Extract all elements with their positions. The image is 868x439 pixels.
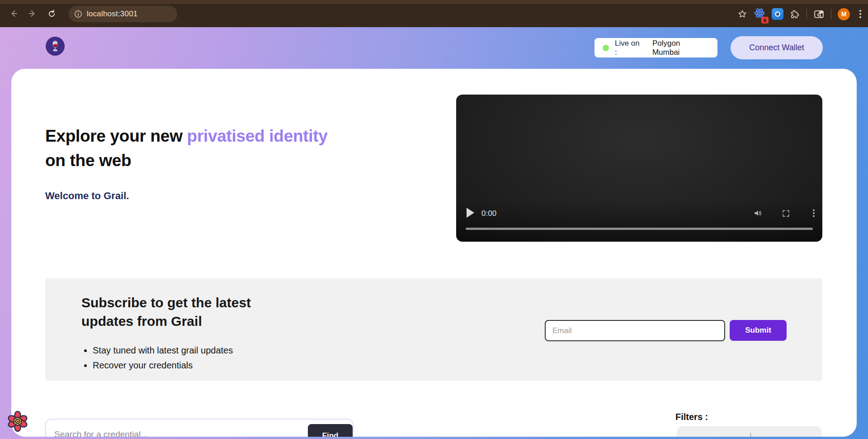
video-controls-shade	[456, 201, 822, 242]
toolbar-divider	[831, 9, 831, 19]
filters-label: Filters :	[675, 412, 708, 422]
volume-icon	[753, 209, 762, 218]
welcome-text: Welcome to Grail.	[45, 190, 129, 202]
network-name: Polygon Mumbai	[652, 39, 709, 57]
hero-heading-highlight: privatised identity	[187, 127, 328, 145]
video-kebab-icon	[810, 209, 817, 218]
network-status-badge: Live on : Polygon Mumbai	[594, 38, 717, 57]
wine-glass-icon: 🍷	[49, 41, 61, 52]
back-arrow-icon	[9, 9, 18, 18]
reload-button[interactable]	[44, 6, 59, 21]
forward-button[interactable]	[25, 6, 40, 21]
toolbar-divider	[807, 9, 807, 19]
video-overflow-menu-button[interactable]	[808, 208, 819, 219]
site-info-icon[interactable]	[74, 10, 82, 18]
browser-tabstrip	[0, 0, 868, 4]
flower-petals-icon	[7, 411, 28, 431]
subscribe-section: Subscribe to get the latest updates from…	[45, 278, 822, 381]
hero-heading: Explore your new privatised identity on …	[45, 124, 339, 173]
page-background-sliver	[0, 437, 868, 439]
back-button[interactable]	[6, 6, 21, 21]
grail-logo[interactable]: 🍷	[46, 37, 65, 56]
camera-lens-icon	[774, 10, 781, 18]
video-progress-bar[interactable]	[466, 228, 813, 230]
browser-chrome: localhost:3001 6 M	[0, 0, 868, 27]
url-text[interactable]: localhost:3001	[87, 10, 137, 19]
browser-menu-kebab-icon[interactable]	[856, 9, 864, 19]
connect-wallet-button[interactable]: Connect Wallet	[731, 36, 823, 59]
screenshot-extension[interactable]	[772, 8, 783, 20]
subscribe-bullet-list: Stay tuned with latest grail updates Rec…	[93, 344, 233, 373]
video-fullscreen-button[interactable]	[780, 208, 791, 219]
hero-heading-text: Explore your new	[45, 127, 187, 145]
credential-search-input[interactable]	[54, 429, 249, 437]
live-status-dot-icon	[603, 45, 609, 51]
forward-arrow-icon	[28, 9, 37, 18]
react-flower-widget[interactable]	[7, 411, 28, 432]
bookmark-star-icon[interactable]	[737, 9, 747, 19]
video-player[interactable]: 0:00	[456, 95, 822, 242]
live-on-label: Live on :	[615, 39, 644, 57]
filter-divider	[750, 433, 751, 437]
video-play-button[interactable]	[467, 208, 474, 218]
tab-search-icon[interactable]	[813, 9, 825, 20]
react-devtools-extension[interactable]: 6	[754, 7, 765, 21]
hero-heading-text: on the web	[45, 151, 131, 170]
profile-avatar[interactable]: M	[838, 8, 850, 20]
video-volume-button[interactable]	[752, 208, 763, 219]
url-bar[interactable]: localhost:3001	[69, 6, 177, 22]
extensions-puzzle-icon[interactable]	[790, 9, 800, 19]
filter-dropdown[interactable]	[677, 426, 821, 437]
main-content-panel: Explore your new privatised identity on …	[11, 69, 857, 437]
credential-search-bar: Find	[45, 419, 354, 437]
subscribe-bullet: Recover your credentials	[93, 358, 233, 372]
extension-badge: 6	[761, 17, 769, 24]
submit-button[interactable]: Submit	[730, 320, 787, 341]
subscribe-heading: Subscribe to get the latest updates from…	[81, 294, 280, 330]
subscribe-bullet: Stay tuned with latest grail updates	[93, 344, 233, 358]
video-timestamp: 0:00	[481, 209, 496, 218]
find-button[interactable]: Find	[308, 424, 353, 437]
fullscreen-icon	[782, 209, 790, 218]
reload-icon	[47, 10, 56, 18]
email-field[interactable]	[545, 320, 725, 341]
